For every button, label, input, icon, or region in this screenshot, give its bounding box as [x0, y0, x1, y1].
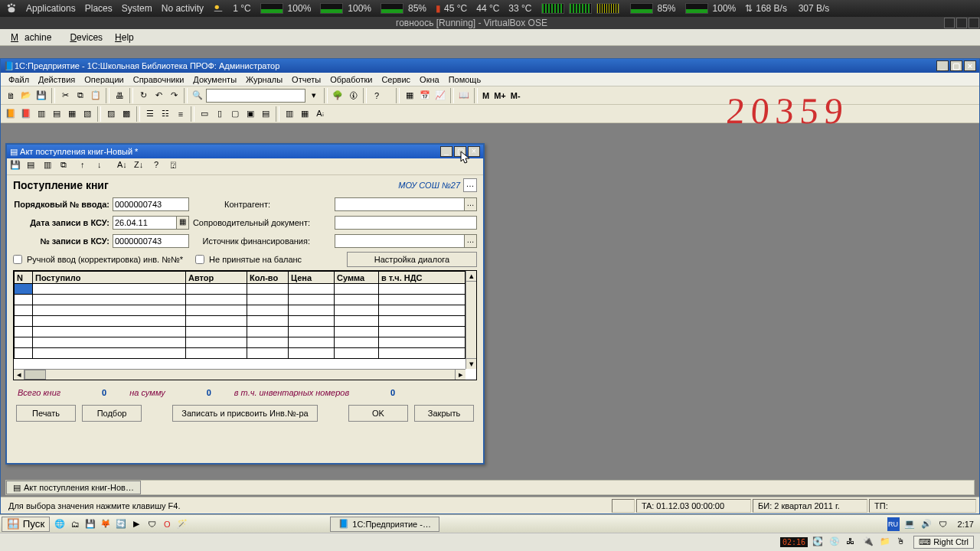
ksu-input[interactable] [113, 234, 189, 248]
date-picker-button[interactable]: ▦ [177, 216, 189, 230]
save-icon[interactable]: 💾 [34, 89, 48, 103]
chart-icon[interactable]: 📈 [433, 89, 447, 103]
close-button[interactable]: Закрыть [414, 405, 474, 422]
ok-button[interactable]: OK [348, 405, 408, 422]
refresh-icon[interactable]: ↻ [136, 89, 150, 103]
organization-pick-button[interactable]: … [463, 178, 477, 192]
vbox-maximize-icon[interactable] [956, 18, 967, 28]
syntax-help-icon[interactable]: 🛈 [346, 89, 360, 103]
calendar-icon[interactable]: 📅 [418, 89, 432, 103]
jrn4-icon[interactable]: ▤ [50, 107, 64, 121]
jrn6-icon[interactable]: ▧ [80, 107, 94, 121]
vbox-close-icon[interactable] [969, 18, 979, 28]
memory-mminus[interactable]: M- [509, 91, 522, 100]
windows-taskbar[interactable]: 🪟 Пуск 🌐 🗂 💾 🦊 🔄 ▶ 🛡 O 🪄 📘 1С:Предприяти… [0, 514, 980, 533]
start-button[interactable]: 🪟 Пуск [2, 517, 50, 532]
date-input[interactable] [113, 216, 177, 230]
menu-processing[interactable]: Обработки [325, 75, 377, 84]
jrn14-icon[interactable]: ▢ [228, 107, 242, 121]
menu-help[interactable]: Помощь [444, 75, 486, 84]
check-notaccepted[interactable] [195, 255, 204, 264]
jrn17-icon[interactable]: ▥ [283, 107, 296, 121]
gnome-top-panel[interactable]: Applications Places System No activity 1… [0, 0, 980, 17]
table-row[interactable] [15, 305, 466, 316]
doc-t3-icon[interactable]: ▥ [44, 160, 57, 174]
explorer-icon[interactable]: 🗂 [68, 517, 82, 531]
table-row[interactable] [15, 295, 466, 305]
document-titlebar[interactable]: ▤ Акт поступления книг-Новый * _ ▢ × [7, 145, 483, 158]
menu-file[interactable]: Файл [4, 75, 34, 84]
taskbar-task-1c[interactable]: 📘 1С:Предприятие -… [330, 517, 439, 532]
table-row[interactable] [15, 348, 466, 359]
memory-mplus[interactable]: M+ [492, 91, 508, 100]
doc-minimize-button[interactable]: _ [440, 146, 452, 157]
menu-journals[interactable]: Журналы [241, 75, 287, 84]
apps-menu[interactable]: Applications [23, 3, 79, 14]
ordno-input[interactable] [113, 197, 189, 211]
sopdoc-input[interactable] [335, 216, 477, 230]
onec-maximize-button[interactable]: ▢ [950, 60, 962, 71]
check-manual[interactable] [13, 255, 22, 264]
jrn13-icon[interactable]: ▯ [213, 107, 227, 121]
help-icon[interactable]: ? [370, 89, 384, 103]
jrn18-icon[interactable]: ▦ [298, 107, 312, 121]
paste-icon[interactable]: 📋 [89, 89, 103, 103]
shield-icon[interactable]: 🛡 [145, 517, 158, 531]
find-combo[interactable] [206, 89, 305, 103]
new-icon[interactable]: 🗎 [4, 89, 18, 103]
system-menu[interactable]: System [119, 3, 155, 14]
doc-sort-asc-icon[interactable]: A↓ [117, 160, 131, 174]
tray-vol-icon[interactable]: 🔊 [920, 517, 933, 531]
menu-service[interactable]: Сервис [377, 75, 415, 84]
vbox-menu-help[interactable]: Help [109, 31, 140, 44]
document-toolbar[interactable]: 💾 ▤ ▥ ⧉ ↑ ↓ A↓ Z↓ ? ⍰ [7, 158, 483, 175]
col-price[interactable]: Цена [289, 272, 335, 284]
jrn3-icon[interactable]: ▥ [34, 107, 48, 121]
write-button[interactable]: Записать и присвоить Инв.№-ра [172, 405, 318, 422]
doc-t4-icon[interactable]: ⧉ [60, 160, 74, 174]
table-hscroll[interactable]: ◂▸ [14, 369, 466, 380]
jrn19-icon[interactable]: Aᵢ [313, 107, 327, 121]
tray-av-icon[interactable]: 🛡 [936, 517, 950, 531]
col-vat[interactable]: в т.ч. НДС [379, 272, 466, 284]
vbox-window-titlebar[interactable]: говноось [Running] - VirtualBox OSE [0, 17, 980, 29]
table-row[interactable] [15, 327, 466, 337]
table-row[interactable] [15, 284, 466, 295]
doc-up-icon[interactable]: ↑ [80, 160, 94, 174]
jrn5-icon[interactable]: ▦ [65, 107, 79, 121]
doc-sort-desc-icon[interactable]: Z↓ [134, 160, 148, 174]
doc-help-icon[interactable]: ? [154, 160, 168, 174]
lang-indicator[interactable]: RU [887, 517, 900, 531]
table-row[interactable] [15, 316, 466, 327]
opera-icon[interactable]: O [160, 517, 174, 531]
onec-minimize-button[interactable]: _ [936, 60, 949, 71]
jrn7-icon[interactable]: ▨ [104, 107, 118, 121]
col-received[interactable]: Поступило [33, 272, 186, 284]
tray-net-icon[interactable]: 💻 [903, 517, 916, 531]
col-sum[interactable]: Сумма [335, 272, 379, 284]
jrn11-icon[interactable]: ≡ [174, 107, 188, 121]
print-icon[interactable]: 🖶 [113, 89, 126, 103]
jrn15-icon[interactable]: ▣ [243, 107, 257, 121]
table-vscroll[interactable]: ▴▾ [466, 271, 476, 369]
jrn9-icon[interactable]: ☰ [143, 107, 157, 121]
find-icon[interactable]: 🔍 [191, 89, 204, 103]
doc-t2-icon[interactable]: ▤ [27, 160, 41, 174]
fin-input[interactable] [335, 234, 465, 248]
undo-icon[interactable]: ↶ [152, 89, 165, 103]
col-qty[interactable]: Кол-во [247, 272, 289, 284]
open-icon[interactable]: 📂 [19, 89, 33, 103]
doc-down-icon[interactable]: ↓ [97, 160, 111, 174]
fin-pick-button[interactable]: … [465, 234, 477, 248]
doc-close-button[interactable]: × [468, 146, 480, 157]
menu-catalogs[interactable]: Справочники [129, 75, 189, 84]
pick-button[interactable]: Подбор [82, 405, 142, 422]
wizard-icon[interactable]: 🪄 [175, 517, 189, 531]
mdi-tabbar[interactable]: ▤Акт поступления книг-Нов… [5, 480, 975, 495]
col-n[interactable]: N [15, 272, 33, 284]
doc-whatsthis-icon[interactable]: ⍰ [171, 160, 185, 174]
tree-icon[interactable]: 🌳 [331, 89, 345, 103]
menu-actions[interactable]: Действия [34, 75, 80, 84]
contragent-pick-button[interactable]: … [465, 197, 477, 211]
copy-icon[interactable]: ⧉ [74, 89, 87, 103]
